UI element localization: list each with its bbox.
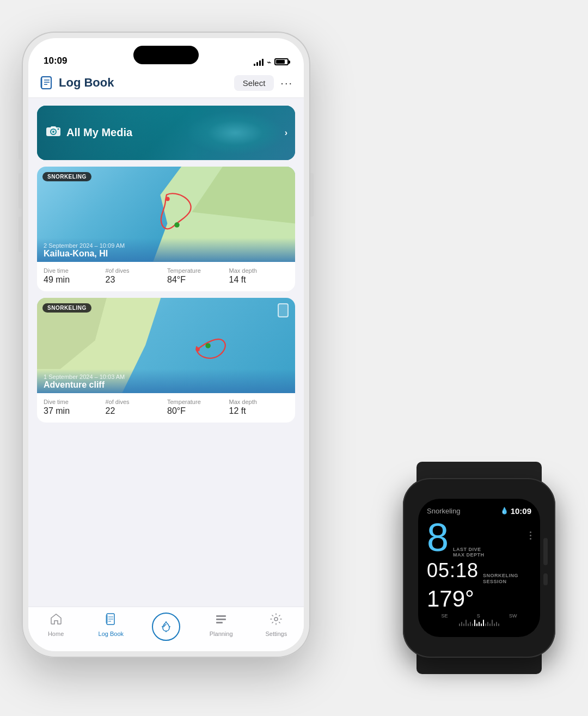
stat-label: Dive time — [44, 399, 103, 405]
dive-date-2: 1 September 2024 – 10:03 AM — [44, 374, 289, 380]
dive-card-2[interactable]: SNORKELING 1 September 2024 – 10:03 AM A… — [37, 298, 295, 423]
compass-section: 179° SE S SW — [427, 586, 531, 624]
stat-depth-2: Max depth 12 ft — [229, 399, 289, 416]
select-button[interactable]: Select — [234, 75, 274, 91]
stat-label: #of dives — [106, 399, 166, 405]
stat-dives-1: #of dives 23 — [106, 267, 166, 285]
center-tab-indicator — [152, 613, 180, 641]
last-dive-label-1: LAST DIVE — [453, 547, 485, 553]
snorkeling-badge-2: SNORKELING — [42, 303, 91, 313]
watch-screen: Snorkeling 💧 10:09 8 LAST DIVE — [418, 499, 540, 637]
dive-info-overlay-1: 2 September 2024 – 10:09 AM Kailua-Kona,… — [37, 238, 295, 262]
tab-home-label: Home — [48, 631, 64, 637]
stat-label: Temperature — [167, 267, 227, 274]
dive-stats-1: Dive time 49 min #of dives 23 Temperatur… — [37, 262, 295, 291]
session-label-1: SNORKELING — [483, 573, 518, 579]
svg-point-10 — [174, 222, 180, 228]
stat-dives-2: #of dives 22 — [106, 399, 166, 416]
svg-rect-24 — [216, 619, 226, 620]
snorkeling-badge-1: SNORKELING — [42, 172, 91, 181]
app-content: Log Book Select ··· — [28, 70, 304, 651]
dive-location-1: Kailua-Kona, HI — [44, 249, 289, 259]
header-title: Log Book — [59, 76, 114, 90]
dive-stats-2: Dive time 37 min #of dives 22 Temperatur… — [37, 393, 295, 423]
iphone-inner: 10:09 ⌁ — [28, 38, 304, 651]
watch-crown — [543, 538, 548, 565]
svg-rect-25 — [216, 622, 223, 623]
stat-value: 84°F — [167, 275, 227, 285]
tab-planning-label: Planning — [210, 631, 233, 637]
tab-settings[interactable]: Settings — [260, 613, 292, 637]
media-card-content: All My Media — [37, 106, 141, 160]
svg-rect-15 — [106, 615, 108, 623]
svg-point-13 — [195, 347, 200, 351]
wifi-icon: ⌁ — [267, 58, 271, 66]
home-icon — [50, 613, 63, 629]
session-labels: SNORKELING SESSION — [483, 573, 518, 585]
media-chevron-icon: › — [285, 128, 287, 138]
dive-card-1[interactable]: SNORKELING 2 September 2024 – 10:09 AM K… — [37, 167, 295, 291]
media-title: All My Media — [66, 126, 132, 139]
tab-bar: Home Log Book — [28, 607, 304, 651]
watch-time-row: 💧 10:09 — [500, 506, 531, 516]
watch-body: Snorkeling 💧 10:09 8 LAST DIVE — [403, 478, 555, 658]
compass-se-label: SE — [442, 613, 448, 619]
stat-label: Max depth — [229, 399, 289, 405]
watch-three-dots-icon — [530, 531, 531, 540]
compass-sw-label: SW — [509, 613, 517, 619]
dynamic-island — [133, 46, 199, 64]
stat-temp-1: Temperature 84°F — [167, 267, 227, 285]
svg-point-11 — [166, 197, 170, 201]
water-drop-icon: 💧 — [500, 507, 509, 515]
session-label-2: SESSION — [483, 579, 518, 585]
dive-date-1: 2 September 2024 – 10:09 AM — [44, 242, 289, 249]
stat-temp-2: Temperature 80°F — [167, 399, 227, 416]
stat-dive-time-2: Dive time 37 min — [44, 399, 103, 416]
tab-planning[interactable]: Planning — [205, 613, 237, 637]
logbook-icon — [39, 75, 54, 90]
app-header: Log Book Select ··· — [28, 70, 304, 98]
watch-app-name: Snorkeling — [427, 507, 460, 515]
stat-value: 12 ft — [229, 406, 289, 416]
last-dive-labels: LAST DIVE MAX DEPTH — [453, 547, 485, 559]
session-time-row: 05:18 SNORKELING SESSION — [427, 559, 531, 585]
stat-label: Dive time — [44, 267, 103, 274]
tab-logbook[interactable]: Log Book — [95, 613, 127, 637]
dive-location-2: Adventure cliff — [44, 380, 289, 390]
signal-bars-icon — [254, 58, 264, 66]
scroll-content: All My Media › — [28, 98, 304, 430]
media-icon — [46, 125, 61, 140]
svg-rect-0 — [41, 77, 51, 89]
phone-icon-map — [278, 303, 289, 317]
last-dive-label-2: MAX DEPTH — [453, 552, 485, 558]
svg-rect-23 — [216, 615, 226, 617]
dive-map-2: SNORKELING 1 September 2024 – 10:03 AM A… — [37, 298, 295, 393]
stat-dive-time-1: Dive time 49 min — [44, 267, 103, 285]
stat-label: #of dives — [106, 267, 166, 274]
stat-value: 80°F — [167, 406, 227, 416]
watch-side-button — [543, 573, 548, 585]
media-card[interactable]: All My Media › — [37, 106, 295, 160]
stat-depth-1: Max depth 14 ft — [229, 267, 289, 285]
svg-rect-8 — [51, 126, 56, 128]
stat-value: 37 min — [44, 406, 103, 416]
more-button[interactable]: ··· — [280, 77, 293, 89]
tab-home[interactable]: Home — [40, 613, 72, 637]
stat-label: Max depth — [229, 267, 289, 274]
status-time: 10:09 — [44, 56, 67, 66]
svg-point-7 — [52, 131, 54, 133]
tab-center[interactable] — [150, 613, 182, 641]
watch-compass-degrees: 179° — [427, 586, 474, 611]
svg-point-12 — [205, 343, 211, 348]
stat-value: 23 — [106, 275, 166, 285]
iphone: 10:09 ⌁ — [22, 32, 310, 658]
compass-labels: SE S SW — [427, 613, 531, 619]
svg-rect-1 — [40, 78, 42, 88]
tab-settings-label: Settings — [265, 631, 287, 637]
header-right: Select ··· — [234, 75, 293, 91]
stat-value: 14 ft — [229, 275, 289, 285]
last-dive-row: 8 LAST DIVE MAX DEPTH — [427, 518, 531, 559]
stat-label: Temperature — [167, 399, 227, 405]
watch-header: Snorkeling 💧 10:09 — [427, 506, 531, 516]
stat-value: 49 min — [44, 275, 103, 285]
